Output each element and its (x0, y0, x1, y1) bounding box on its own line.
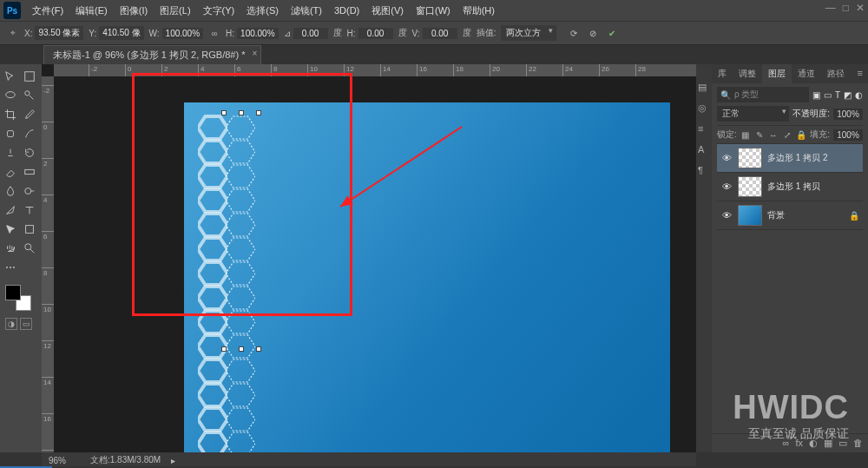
window-maximize-icon[interactable]: □ (843, 2, 849, 14)
lasso-tool[interactable] (2, 87, 19, 104)
opt-x-value[interactable]: 93.50 像素 (35, 26, 83, 40)
pen-tool[interactable] (2, 201, 19, 219)
menu-view[interactable]: 视图(V) (365, 1, 410, 21)
move-tool[interactable] (2, 68, 19, 85)
layer-thumbnail[interactable] (738, 148, 762, 168)
fill-value[interactable]: 100% (833, 129, 863, 141)
lock-pixels-icon[interactable]: ✎ (754, 129, 765, 140)
filter-pixel-icon[interactable]: ▣ (812, 90, 820, 100)
layer-fx-icon[interactable]: fx (795, 438, 803, 449)
collapsed-panel-icon[interactable]: ¶ (698, 165, 710, 177)
layer-thumbnail[interactable] (738, 205, 762, 226)
opt-y-value[interactable]: 410.50 像 (99, 26, 143, 40)
blend-mode-dropdown[interactable]: 正常 (717, 106, 789, 122)
quickmask-icon[interactable]: ◑ (5, 318, 17, 330)
revert-transform-icon[interactable]: ⟳ (567, 26, 581, 40)
zoom-tool[interactable] (21, 240, 38, 257)
window-close-icon[interactable]: ✕ (856, 2, 865, 14)
heal-tool[interactable] (2, 125, 19, 142)
menu-file[interactable]: 文件(F) (26, 1, 69, 21)
layer-visibility-icon[interactable]: 👁 (720, 181, 733, 192)
opt-interp-combo[interactable]: 两次立方 (501, 25, 556, 41)
link-layers-icon[interactable]: ∞ (783, 438, 790, 449)
layer-visibility-icon[interactable]: 👁 (720, 153, 733, 163)
layer-name[interactable]: 多边形 1 拷贝 2 (767, 152, 827, 164)
eraser-tool[interactable] (2, 163, 19, 181)
collapsed-panel-icon[interactable]: ≡ (698, 123, 710, 135)
layer-row[interactable]: 👁多边形 1 拷贝 2 (717, 144, 863, 173)
menu-edit[interactable]: 编辑(E) (69, 1, 114, 21)
ruler-vertical[interactable]: -2024681012141618 (42, 76, 54, 452)
layer-name[interactable]: 背景 (767, 209, 785, 221)
type-tool[interactable] (21, 201, 38, 219)
layer-thumbnail[interactable] (738, 176, 762, 197)
history-brush-tool[interactable] (21, 144, 38, 161)
opt-skew-v-value[interactable]: 0.00 (423, 28, 457, 39)
opt-h-value[interactable]: 100.00% (237, 28, 278, 39)
tab-layers[interactable]: 图层 (762, 64, 792, 83)
cancel-transform-icon[interactable]: ⊘ (586, 26, 600, 40)
menu-select[interactable]: 选择(S) (240, 1, 285, 21)
layer-row[interactable]: 👁背景🔒 (717, 201, 863, 230)
document-tab[interactable]: 未标题-1 @ 96% (多边形 1 拷贝 2, RGB/8#) * × (43, 45, 261, 64)
document-tab-close-icon[interactable]: × (253, 49, 258, 58)
lock-position-icon[interactable]: ↔ (768, 129, 779, 140)
tab-library[interactable]: 库 (712, 64, 733, 83)
layer-visibility-icon[interactable]: 👁 (720, 210, 733, 221)
menu-help[interactable]: 帮助(H) (457, 1, 501, 21)
lock-artboard-icon[interactable]: ⤢ (782, 129, 792, 140)
new-layer-icon[interactable]: ▭ (838, 438, 847, 449)
transform-anchor-icon[interactable]: ⌖ (7, 27, 19, 39)
status-docinfo[interactable]: 文档:1.83M/3.80M (90, 454, 161, 466)
filter-adjust-icon[interactable]: ▭ (824, 90, 832, 100)
edit-toolbar-icon[interactable]: ⋯ (2, 259, 19, 276)
opt-angle-value[interactable]: 0.00 (293, 28, 328, 39)
layer-row[interactable]: 👁多边形 1 拷贝 (717, 173, 863, 201)
shape-tool[interactable] (21, 221, 38, 238)
menu-window[interactable]: 窗口(W) (410, 1, 457, 21)
canvas[interactable] (54, 76, 696, 452)
link-wh-icon[interactable]: ∞ (208, 27, 220, 39)
filter-shape-icon[interactable]: ◩ (844, 90, 852, 100)
screenmode-icon[interactable]: ▭ (20, 318, 32, 330)
gradient-tool[interactable] (21, 163, 38, 181)
opt-skew-h-value[interactable]: 0.00 (358, 28, 393, 39)
menu-3d[interactable]: 3D(D) (328, 2, 365, 19)
transform-handles-bottom[interactable] (224, 349, 259, 350)
commit-transform-icon[interactable]: ✔ (605, 26, 619, 40)
menu-layer[interactable]: 图层(L) (154, 1, 196, 21)
filter-text-icon[interactable]: T (835, 90, 840, 100)
lock-all-icon[interactable]: 🔒 (796, 129, 806, 140)
menu-filter[interactable]: 滤镜(T) (285, 1, 328, 21)
tab-adjustments[interactable]: 调整 (733, 64, 762, 83)
color-chips[interactable] (5, 285, 31, 311)
layer-kind-filter[interactable]: 🔍 ρ 类型 (717, 87, 809, 102)
layer-mask-icon[interactable]: ◐ (809, 438, 818, 449)
transform-handle-bl[interactable] (221, 346, 227, 352)
transform-handle-br[interactable] (256, 346, 261, 352)
menu-type[interactable]: 文字(Y) (197, 1, 241, 21)
panel-menu-icon[interactable]: ≡ (852, 64, 868, 83)
artboard-tool[interactable] (21, 68, 38, 85)
lock-transparent-icon[interactable]: ▦ (740, 129, 751, 140)
brush-tool[interactable] (21, 125, 38, 142)
filter-smart-icon[interactable]: ◐ (855, 90, 863, 100)
new-group-icon[interactable]: ▦ (824, 438, 832, 449)
window-minimize-icon[interactable]: — (825, 2, 836, 14)
collapsed-panel-icon[interactable]: ▤ (698, 82, 710, 94)
tab-channels[interactable]: 通道 (792, 64, 821, 83)
delete-layer-icon[interactable]: 🗑 (853, 438, 863, 449)
tab-paths[interactable]: 路径 (821, 64, 851, 83)
status-zoom[interactable]: 96% (49, 456, 80, 465)
eyedropper-tool[interactable] (21, 106, 38, 123)
hand-tool[interactable] (2, 240, 19, 257)
stamp-tool[interactable] (2, 144, 19, 161)
foreground-color-chip[interactable] (5, 285, 21, 300)
blur-tool[interactable] (2, 182, 19, 200)
opt-w-value[interactable]: 100.00% (162, 28, 203, 39)
quick-select-tool[interactable] (21, 87, 38, 104)
opacity-value[interactable]: 100% (833, 109, 863, 120)
transform-handle-bc[interactable] (239, 346, 244, 352)
dodge-tool[interactable] (21, 182, 38, 200)
path-select-tool[interactable] (2, 221, 19, 238)
